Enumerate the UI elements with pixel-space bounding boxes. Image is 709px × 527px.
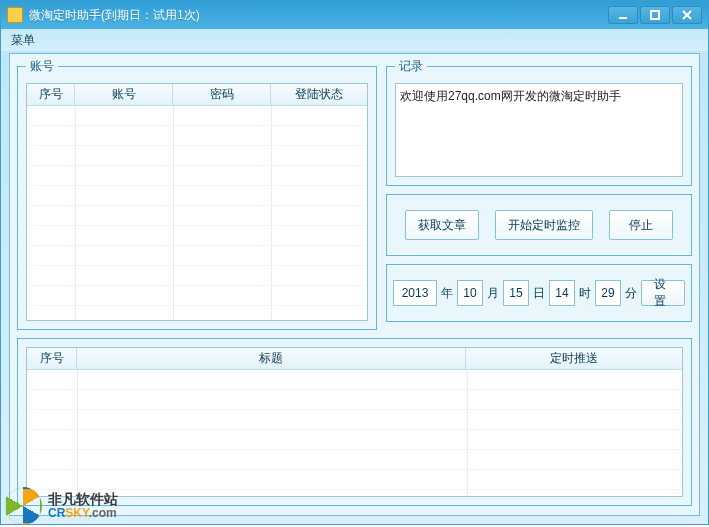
articles-grid-body[interactable] bbox=[27, 370, 682, 496]
set-datetime-button[interactable]: 设置 bbox=[641, 280, 685, 306]
minute-suffix: 分 bbox=[625, 285, 637, 302]
actions-panel: 获取文章 开始定时监控 停止 bbox=[386, 194, 692, 256]
close-icon bbox=[682, 10, 692, 20]
month-input[interactable]: 10 bbox=[457, 280, 483, 306]
year-suffix: 年 bbox=[441, 285, 453, 302]
grid-divider bbox=[75, 106, 76, 320]
articles-col-title[interactable]: 标题 bbox=[77, 348, 466, 369]
grid-divider bbox=[271, 106, 272, 320]
stop-button[interactable]: 停止 bbox=[609, 210, 673, 240]
start-monitor-button[interactable]: 开始定时监控 bbox=[495, 210, 593, 240]
articles-col-schedule[interactable]: 定时推送 bbox=[466, 348, 682, 369]
articles-grid[interactable]: 序号 标题 定时推送 bbox=[26, 347, 683, 497]
minute-input[interactable]: 29 bbox=[595, 280, 621, 306]
accounts-grid[interactable]: 序号 账号 密码 登陆状态 bbox=[26, 83, 368, 321]
window-title: 微淘定时助手(到期日：试用1次) bbox=[29, 7, 608, 24]
articles-grid-header: 序号 标题 定时推送 bbox=[27, 348, 682, 370]
accounts-col-status[interactable]: 登陆状态 bbox=[271, 84, 367, 105]
grid-divider bbox=[77, 370, 78, 496]
accounts-grid-body[interactable] bbox=[27, 106, 367, 320]
month-suffix: 月 bbox=[487, 285, 499, 302]
minimize-icon bbox=[618, 10, 628, 20]
app-window: 微淘定时助手(到期日：试用1次) 菜单 账号 序号 账号 密码 登陆状 bbox=[0, 0, 709, 525]
accounts-group: 账号 序号 账号 密码 登陆状态 bbox=[17, 58, 377, 330]
articles-group: 序号 标题 定时推送 bbox=[17, 338, 692, 506]
close-button[interactable] bbox=[672, 6, 702, 24]
hour-suffix: 时 bbox=[579, 285, 591, 302]
minimize-button[interactable] bbox=[608, 6, 638, 24]
titlebar: 微淘定时助手(到期日：试用1次) bbox=[1, 1, 708, 29]
accounts-col-password[interactable]: 密码 bbox=[173, 84, 271, 105]
app-icon bbox=[7, 7, 23, 23]
articles-col-index[interactable]: 序号 bbox=[27, 348, 77, 369]
year-input[interactable]: 2013 bbox=[393, 280, 437, 306]
log-legend: 记录 bbox=[395, 58, 427, 75]
accounts-col-account[interactable]: 账号 bbox=[75, 84, 173, 105]
accounts-col-index[interactable]: 序号 bbox=[27, 84, 75, 105]
day-input[interactable]: 15 bbox=[503, 280, 529, 306]
day-suffix: 日 bbox=[533, 285, 545, 302]
grid-divider bbox=[467, 370, 468, 496]
log-group: 记录 欢迎使用27qq.com网开发的微淘定时助手 bbox=[386, 58, 692, 186]
client-area: 账号 序号 账号 密码 登陆状态 记录 欢迎使用27qq.com网开发的微淘定时… bbox=[9, 53, 700, 516]
accounts-grid-header: 序号 账号 密码 登陆状态 bbox=[27, 84, 367, 106]
log-textarea[interactable]: 欢迎使用27qq.com网开发的微淘定时助手 bbox=[395, 83, 683, 177]
maximize-icon bbox=[650, 10, 660, 20]
menubar: 菜单 bbox=[1, 29, 708, 51]
svg-rect-1 bbox=[651, 11, 659, 19]
hour-input[interactable]: 14 bbox=[549, 280, 575, 306]
menu-main[interactable]: 菜单 bbox=[11, 32, 35, 49]
window-controls bbox=[608, 6, 702, 24]
datetime-panel: 2013 年 10 月 15 日 14 时 29 分 设置 bbox=[386, 264, 692, 322]
fetch-articles-button[interactable]: 获取文章 bbox=[405, 210, 479, 240]
accounts-legend: 账号 bbox=[26, 58, 58, 75]
grid-divider bbox=[173, 106, 174, 320]
maximize-button[interactable] bbox=[640, 6, 670, 24]
